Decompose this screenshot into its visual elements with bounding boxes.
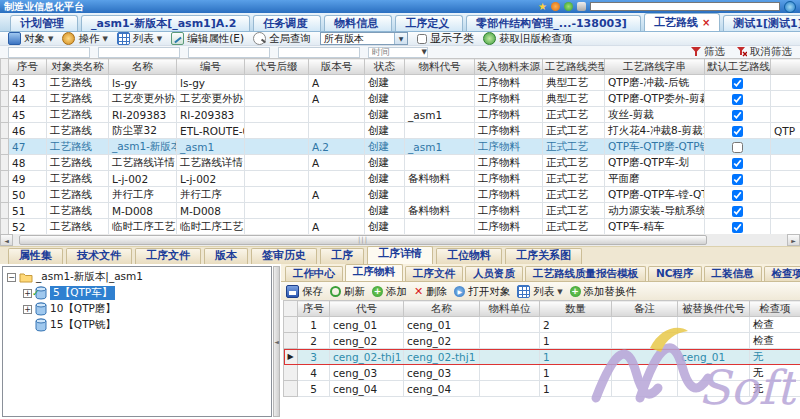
get-old-version-checks-button[interactable]: 获取旧版检查项 — [483, 32, 573, 46]
save-button[interactable]: 保存 — [286, 285, 323, 299]
column-header[interactable]: 被替换件代号 — [678, 301, 750, 317]
delete-button[interactable]: ✕ 删除 — [414, 285, 447, 299]
scroll-left-icon[interactable]: ◄ — [0, 234, 13, 246]
add-button[interactable]: + 添加 — [372, 285, 407, 299]
panel-tab[interactable]: 检查项 — [764, 266, 800, 281]
column-header[interactable]: 序号 — [298, 301, 330, 317]
operate-menu-button[interactable]: 操作 ▼ — [62, 32, 107, 46]
titlebar-go-button[interactable] — [784, 1, 796, 13]
open-object-button[interactable]: ▶ 打开对象 — [454, 285, 510, 299]
routing-table-row[interactable]: 45 工艺路线 RI-209383 RI-209383 创建 _asm1 工序物… — [1, 107, 800, 123]
column-header[interactable]: 默认工艺路线 — [705, 59, 771, 75]
column-header[interactable]: 代号后缀 — [245, 59, 309, 75]
filter-button[interactable]: 筛选 — [691, 45, 725, 59]
default-route-checkbox[interactable] — [732, 126, 743, 137]
default-route-checkbox[interactable] — [732, 158, 743, 169]
routing-table-row[interactable]: 44 工艺路线 工艺变更外协... 工艺变更外协... A 创建 工序物料 典型… — [1, 91, 800, 107]
list-menu-button[interactable]: 列表 ▼ — [117, 32, 162, 46]
favorite-star-icon[interactable]: ★ — [538, 2, 547, 11]
main-tab[interactable]: 工序定义 — [395, 15, 463, 31]
material-table-row[interactable]: 1 ceng_01 ceng_01 2 检查 — [284, 317, 800, 333]
default-route-checkbox[interactable] — [732, 94, 743, 105]
default-route-checkbox[interactable] — [732, 78, 743, 89]
version-select[interactable]: 所有版本 ▼ — [320, 32, 408, 45]
main-tab[interactable]: 物料信息 — [324, 15, 392, 31]
panel-splitter[interactable]: ◄ — [273, 266, 280, 417]
titlebar-search-input[interactable] — [590, 2, 780, 11]
horizontal-scrollbar[interactable]: ◄ ||| ► — [0, 234, 800, 246]
column-header[interactable] — [771, 59, 800, 75]
routing-table-row[interactable]: 51 工艺路线 M-D008 M-D008 创建 备料物料 工序物料 正式工艺 … — [1, 203, 800, 219]
detail-tab[interactable]: 工位物料 — [436, 248, 502, 264]
detail-tab[interactable]: 属性集 — [8, 248, 63, 264]
routing-table-row[interactable]: 47 工艺路线 _asm1-新版本 _asm1 A.2 创建 _asm1 工序物… — [1, 139, 800, 155]
panel-tab[interactable]: 人员资质 — [465, 266, 523, 281]
column-header[interactable]: 物料代号 — [405, 59, 475, 75]
default-route-checkbox[interactable] — [732, 142, 743, 153]
close-icon[interactable]: × — [702, 16, 710, 30]
titlebar-gray-icon[interactable] — [577, 2, 586, 11]
add-replacement-button[interactable]: + 添加替换件 — [570, 285, 637, 299]
main-tab[interactable]: 零部件结构管理_...-138003] — [466, 15, 641, 31]
titlebar-orange-icon[interactable] — [551, 2, 560, 11]
default-route-checkbox[interactable] — [732, 222, 743, 233]
material-table-row[interactable]: 4 ceng_03 ceng_03 1 无 — [284, 365, 800, 381]
column-header[interactable]: 物料单位 — [480, 301, 540, 317]
main-tab[interactable]: 计划管理 — [10, 15, 78, 31]
column-header[interactable]: 状态 — [365, 59, 405, 75]
routing-table-row[interactable]: 48 工艺路线 工艺路线详情 工艺路线详情 A 创建 工序物料 正式工艺 QTP… — [1, 155, 800, 171]
detail-tab[interactable]: 工序详情 — [367, 246, 433, 264]
column-header[interactable]: 检查项 — [750, 301, 800, 317]
column-header[interactable]: 名称 — [404, 301, 480, 317]
material-table-row[interactable]: 2 ceng_02 ceng_02 1 检查 — [284, 333, 800, 349]
time-filter-select[interactable]: 时间 ▼ — [368, 47, 428, 58]
filter-input[interactable] — [98, 47, 180, 58]
detail-tab[interactable]: 技术文件 — [66, 248, 132, 264]
show-subclass-checkbox[interactable]: 显示子类 — [417, 31, 474, 46]
column-header[interactable]: 工艺路线类型 — [543, 59, 605, 75]
material-table-row[interactable]: 5 ceng_04 ceng_04 1 无 — [284, 381, 800, 397]
panel-tab[interactable]: 工序物料 — [345, 264, 403, 281]
column-header[interactable]: 名称 — [109, 59, 177, 75]
panel-tab[interactable]: NC程序 — [648, 266, 702, 281]
routing-table-row[interactable]: 43 工艺路线 ls-gy ls-gy A 创建 工序物料 典型工艺 QTP磨-… — [1, 75, 800, 91]
detail-tab[interactable]: 版本 — [204, 248, 248, 264]
tree-node-operation[interactable]: + ✓ 5【QTP车】 — [3, 285, 271, 301]
column-header[interactable]: 序号 — [9, 59, 47, 75]
checkbox[interactable] — [417, 34, 427, 44]
tree-node-root[interactable]: − _asm1-新版本|_asm1 — [3, 269, 271, 285]
panel-tab[interactable]: 工作中心 — [285, 266, 343, 281]
filter-input[interactable] — [278, 47, 360, 58]
main-tab[interactable]: 工艺路线 × — [644, 13, 720, 31]
scrollbar-thumb[interactable]: ||| — [19, 235, 707, 245]
default-route-checkbox[interactable] — [732, 206, 743, 217]
tree-node-operation[interactable]: 15【QTP铣】 — [3, 317, 271, 333]
column-header[interactable]: 备注 — [612, 301, 678, 317]
column-header[interactable]: 工艺路线字串 — [605, 59, 705, 75]
list-menu-button[interactable]: 列表 ▼ — [517, 285, 562, 299]
column-header[interactable]: 数量 — [540, 301, 612, 317]
filter-input[interactable] — [188, 47, 270, 58]
scroll-right-icon[interactable]: ► — [787, 234, 800, 246]
routing-table-row[interactable]: 49 工艺路线 L-j-002 L-j-002 创建 备料物料 工序物料 正式工… — [1, 171, 800, 187]
column-header[interactable]: 对象类名称 — [47, 59, 109, 75]
routing-table-row[interactable]: 52 工艺路线 临时工序工艺... 临时工序工艺... A 创建 工序物料 正式… — [1, 219, 800, 235]
column-header[interactable]: 编号 — [177, 59, 245, 75]
collapse-icon[interactable]: − — [7, 273, 16, 282]
detail-tab[interactable]: 工序文件 — [135, 248, 201, 264]
refresh-button[interactable]: 刷新 — [330, 285, 365, 299]
global-query-button[interactable]: 全局查询 — [253, 32, 311, 46]
expand-icon[interactable]: + — [23, 305, 32, 314]
routing-table-row[interactable]: 46 工艺路线 防尘罩32 ETL-ROUTE-0032 创建 工序物料 正式工… — [1, 123, 800, 139]
default-route-checkbox[interactable] — [732, 190, 743, 201]
main-tab[interactable]: 任务调度 — [253, 15, 321, 31]
panel-tab[interactable]: 工艺路线质量报告模板 — [525, 266, 646, 281]
tree-node-operation[interactable]: + 10【QTP磨】 — [3, 301, 271, 317]
object-menu-button[interactable]: 对象 ▼ — [8, 32, 53, 46]
panel-tab[interactable]: 工序文件 — [405, 266, 463, 281]
column-header[interactable]: 装入物料来源 — [475, 59, 543, 75]
default-route-checkbox[interactable] — [732, 174, 743, 185]
column-header[interactable]: 代号 — [330, 301, 404, 317]
panel-tab[interactable]: 工装信息 — [704, 266, 762, 281]
material-table-row[interactable]: ▶ 3 ceng_02-thj1 ceng_02-thj1 1 ceng_01 … — [284, 349, 800, 365]
